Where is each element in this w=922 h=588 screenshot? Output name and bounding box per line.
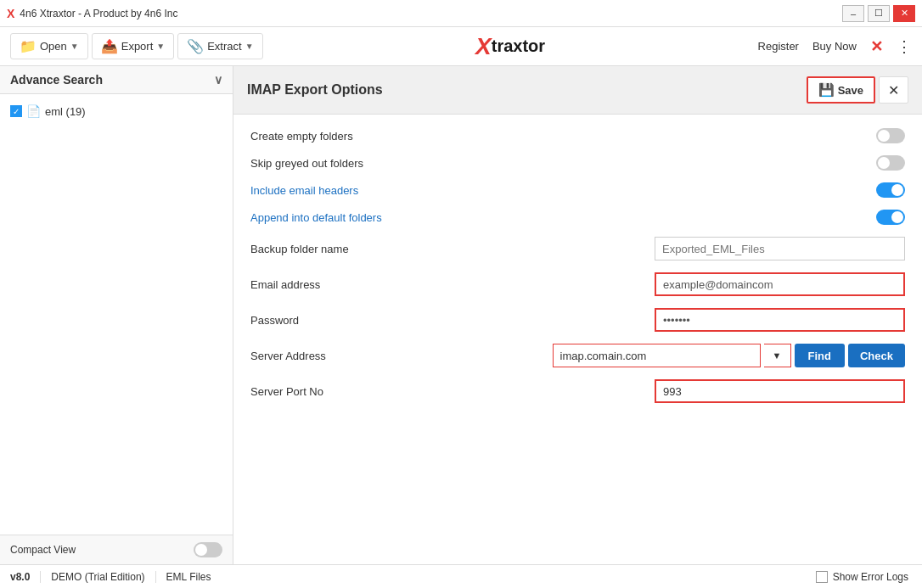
option-row-create-empty: Create empty folders xyxy=(250,128,905,143)
tree-checkbox-eml[interactable] xyxy=(10,105,22,117)
email-input[interactable] xyxy=(655,272,905,296)
title-bar-controls: – ☐ ✕ xyxy=(842,5,915,22)
sidebar-tree: 📄 eml (19) xyxy=(0,94,233,128)
brand-x: X xyxy=(475,33,492,60)
close-button[interactable]: ✕ xyxy=(893,5,915,22)
include-headers-label: Include email headers xyxy=(250,184,358,197)
server-address-label: Server Address xyxy=(250,350,326,362)
open-label: Open xyxy=(40,40,67,53)
option-row-server-address: Server Address ▼ Find Check xyxy=(250,344,905,367)
option-row-append-default: Append into default folders xyxy=(250,210,905,225)
extract-button[interactable]: 📎 Extract ▼ xyxy=(177,33,262,59)
toolbar-left: 📁 Open ▼ 📤 Export ▼ 📎 Extract ▼ xyxy=(10,33,263,59)
create-empty-label: Create empty folders xyxy=(250,130,353,143)
save-icon: 💾 xyxy=(818,82,835,98)
backup-folder-input[interactable] xyxy=(655,237,905,260)
open-dropdown-arrow: ▼ xyxy=(70,42,79,51)
status-filetype: EML Files xyxy=(156,571,222,583)
extract-dropdown-arrow: ▼ xyxy=(245,42,254,51)
extract-label: Extract xyxy=(207,40,241,53)
export-button[interactable]: 📤 Export ▼ xyxy=(92,33,174,59)
folder-icon: 📁 xyxy=(20,38,37,54)
option-row-email: Email address xyxy=(250,272,905,296)
save-label: Save xyxy=(838,84,863,97)
server-address-row: ▼ Find Check xyxy=(553,344,905,367)
append-default-toggle[interactable] xyxy=(876,210,905,225)
include-headers-toggle[interactable] xyxy=(876,182,905,198)
title-bar-text: 4n6 Xtraxtor - A Product by 4n6 Inc xyxy=(20,8,177,20)
toolbar-close-icon[interactable]: ✕ xyxy=(870,37,883,56)
sidebar-header: Advance Search ∨ xyxy=(0,66,233,94)
backup-folder-label: Backup folder name xyxy=(250,243,349,255)
brand: X traxtor xyxy=(475,33,545,60)
status-version: v8.0 xyxy=(0,571,41,583)
brand-name-text: traxtor xyxy=(492,36,545,55)
server-dropdown-button[interactable]: ▼ xyxy=(764,344,791,367)
toolbar-menu-icon[interactable]: ⋮ xyxy=(897,37,912,56)
tree-label-eml: eml (19) xyxy=(45,105,86,118)
imap-close-button[interactable]: ✕ xyxy=(879,76,908,104)
option-row-password: Password xyxy=(250,308,905,332)
show-errors-checkbox[interactable] xyxy=(816,571,828,583)
buynow-link[interactable]: Buy Now xyxy=(812,40,857,53)
imap-title: IMAP Export Options xyxy=(247,82,383,98)
check-button[interactable]: Check xyxy=(848,344,905,367)
imap-header: IMAP Export Options 💾 Save ✕ xyxy=(233,66,922,115)
content-panel: IMAP Export Options 💾 Save ✕ Create empt… xyxy=(233,66,922,564)
app-icon: X xyxy=(7,7,14,20)
skip-greyed-label: Skip greyed out folders xyxy=(250,157,363,170)
server-port-input[interactable] xyxy=(655,379,905,403)
create-empty-toggle[interactable] xyxy=(876,128,905,143)
sidebar: Advance Search ∨ 📄 eml (19) Compact View xyxy=(0,66,233,564)
options-body: Create empty folders Skip greyed out fol… xyxy=(233,115,922,417)
open-button[interactable]: 📁 Open ▼ xyxy=(10,33,88,59)
toolbar-right: Register Buy Now ✕ ⋮ xyxy=(758,37,912,56)
server-port-label: Server Port No xyxy=(250,385,323,398)
append-default-label: Append into default folders xyxy=(250,211,382,224)
extract-icon: 📎 xyxy=(187,38,204,54)
sidebar-title: Advance Search xyxy=(10,73,103,87)
status-demo: DEMO (Trial Edition) xyxy=(41,571,155,583)
server-port-wrapper xyxy=(655,379,905,403)
password-input[interactable] xyxy=(655,308,905,332)
save-button[interactable]: 💾 Save xyxy=(807,76,875,104)
compact-view-label: Compact View xyxy=(10,544,76,556)
find-button[interactable]: Find xyxy=(795,344,845,367)
status-bar: v8.0 DEMO (Trial Edition) EML Files Show… xyxy=(0,564,922,588)
option-row-backup-folder: Backup folder name xyxy=(250,237,905,260)
tree-item-eml[interactable]: 📄 eml (19) xyxy=(7,101,226,121)
email-label: Email address xyxy=(250,278,320,291)
register-link[interactable]: Register xyxy=(758,40,799,53)
toolbar: 📁 Open ▼ 📤 Export ▼ 📎 Extract ▼ X traxto… xyxy=(0,27,922,66)
main-area: Advance Search ∨ 📄 eml (19) Compact View… xyxy=(0,66,922,564)
export-icon: 📤 xyxy=(101,38,118,54)
title-bar: X 4n6 Xtraxtor - A Product by 4n6 Inc – … xyxy=(0,0,922,27)
brand-name: traxtor xyxy=(492,36,545,56)
sidebar-chevron-icon[interactable]: ∨ xyxy=(214,73,222,87)
export-dropdown-arrow: ▼ xyxy=(156,42,165,51)
sidebar-footer: Compact View xyxy=(0,535,233,564)
compact-view-toggle[interactable] xyxy=(194,542,222,557)
imap-header-actions: 💾 Save ✕ xyxy=(807,76,908,104)
skip-greyed-toggle[interactable] xyxy=(876,155,905,171)
restore-button[interactable]: ☐ xyxy=(868,5,890,22)
title-bar-left: X 4n6 Xtraxtor - A Product by 4n6 Inc xyxy=(7,7,177,20)
imap-panel: IMAP Export Options 💾 Save ✕ Create empt… xyxy=(233,66,922,564)
password-label: Password xyxy=(250,314,299,327)
server-address-input[interactable] xyxy=(553,344,761,367)
show-errors-row: Show Error Logs xyxy=(816,571,922,583)
export-label: Export xyxy=(121,40,154,53)
minimize-button[interactable]: – xyxy=(842,5,864,22)
file-icon: 📄 xyxy=(26,104,41,118)
option-row-server-port: Server Port No xyxy=(250,379,905,403)
option-row-skip-greyed: Skip greyed out folders xyxy=(250,155,905,171)
show-errors-label: Show Error Logs xyxy=(833,571,908,583)
option-row-include-headers: Include email headers xyxy=(250,182,905,198)
